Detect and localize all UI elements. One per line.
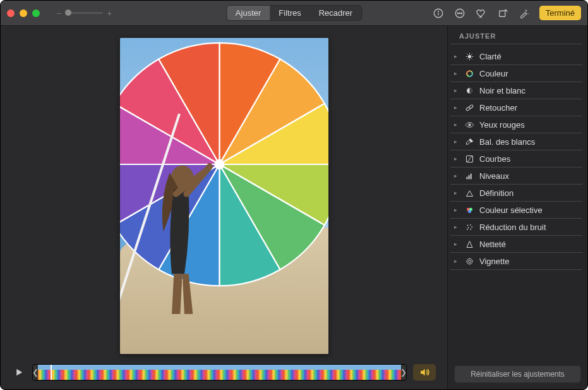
timeline-frame	[64, 365, 77, 380]
svg-line-18	[467, 54, 467, 54]
adjust-item-label: Couleur sélective	[479, 205, 576, 215]
adjust-item-label: Couleur	[479, 69, 576, 78]
adjust-item-label: Courbes	[479, 154, 576, 164]
adjust-item-light[interactable]: ▸Clarté	[450, 48, 582, 65]
timeline-frame	[258, 365, 272, 380]
auto-enhance-icon[interactable]	[518, 7, 531, 20]
timeline-frame	[90, 365, 103, 380]
photo-preview[interactable]	[120, 38, 328, 354]
adjust-item-selective[interactable]: ▸Couleur sélective	[450, 202, 582, 219]
rotate-icon[interactable]	[496, 7, 509, 20]
close-window-button[interactable]	[7, 9, 15, 17]
svg-rect-28	[466, 176, 467, 179]
zoom-track[interactable]	[65, 12, 103, 14]
svg-rect-30	[470, 173, 471, 179]
svg-marker-11	[16, 369, 22, 376]
timeline-frame	[167, 365, 181, 380]
adjust-item-eye[interactable]: ▸Yeux rouges	[450, 116, 582, 133]
svg-point-39	[470, 228, 471, 229]
timeline-frame	[141, 365, 155, 380]
timeline-scrubber[interactable]: ❮ ❯	[32, 364, 407, 381]
chevron-right-icon: ▸	[454, 53, 459, 59]
noise-icon	[464, 222, 474, 232]
favorite-icon[interactable]	[475, 7, 488, 20]
timeline-frame	[388, 365, 401, 380]
timeline-frame	[375, 365, 388, 380]
eye-icon	[464, 119, 474, 130]
zoom-in-icon: +	[107, 8, 112, 18]
tab-recadrer[interactable]: Recadrer	[310, 6, 361, 20]
playhead[interactable]	[51, 364, 52, 381]
svg-marker-41	[467, 241, 472, 247]
adjust-item-label: Définition	[479, 188, 576, 198]
definition-icon	[464, 188, 474, 198]
adjust-item-vignette[interactable]: ▸Vignette	[450, 253, 582, 270]
tab-filtres[interactable]: Filtres	[270, 6, 309, 20]
svg-point-13	[468, 55, 471, 58]
adjust-item-label: Clarté	[479, 52, 576, 61]
adjust-item-definition[interactable]: ▸Définition	[450, 185, 582, 202]
umbrella-graphic	[120, 38, 328, 303]
person-graphic	[153, 158, 216, 316]
timeline-frame	[246, 365, 259, 380]
info-icon[interactable]	[432, 7, 445, 20]
tab-ajuster[interactable]: Ajuster	[227, 6, 270, 20]
chevron-right-icon: ▸	[454, 121, 459, 128]
reset-adjustments-button[interactable]: Réinitialiser les ajustements	[454, 365, 581, 383]
adjust-item-label: Netteté	[479, 240, 576, 249]
adjust-item-noise[interactable]: ▸Réduction du bruit	[450, 219, 582, 236]
adjust-item-sharpen[interactable]: ▸Netteté	[450, 236, 582, 253]
sharpen-icon	[464, 239, 474, 249]
timeline-frames	[38, 365, 401, 380]
zoom-slider[interactable]: − +	[56, 8, 112, 18]
chevron-right-icon: ▸	[454, 241, 459, 247]
timeline-frame	[336, 365, 349, 380]
bw-icon	[464, 85, 474, 95]
chevron-right-icon: ▸	[454, 190, 459, 196]
minimize-window-button[interactable]	[20, 9, 27, 17]
scrubber-row: ❮ ❯	[1, 362, 447, 389]
trim-handle-right[interactable]: ❯	[401, 365, 406, 380]
adjust-item-label: Yeux rouges	[479, 120, 576, 130]
zoom-thumb[interactable]	[65, 9, 71, 16]
svg-point-42	[467, 259, 472, 264]
svg-point-22	[467, 71, 472, 76]
svg-point-26	[468, 123, 470, 125]
svg-point-6	[461, 13, 462, 14]
window-controls	[7, 9, 40, 17]
more-icon[interactable]	[453, 7, 466, 20]
adjust-item-label: Retoucher	[479, 103, 576, 113]
zoom-window-button[interactable]	[32, 9, 40, 17]
body: ❮ ❯ AJUSTER ▸Clarté▸Couleur▸Noir et blan…	[1, 26, 587, 389]
timeline-frame	[38, 365, 51, 380]
svg-point-43	[468, 260, 471, 262]
selective-icon	[464, 205, 474, 215]
svg-rect-7	[500, 11, 505, 16]
adjust-item-dropper[interactable]: ▸Bal. des blancs	[450, 133, 582, 150]
adjust-item-label: Vignette	[479, 257, 576, 266]
adjust-item-color[interactable]: ▸Couleur	[450, 65, 582, 82]
svg-point-5	[459, 13, 460, 14]
trim-handle-left[interactable]: ❮	[33, 365, 38, 380]
adjust-item-levels[interactable]: ▸Niveaux	[450, 168, 582, 185]
zoom-out-icon: −	[56, 8, 61, 18]
adjust-item-label: Bal. des blancs	[479, 137, 576, 147]
timeline-frame	[51, 365, 64, 380]
app-window: − + AjusterFiltresRecadrer Te	[0, 0, 588, 390]
sound-button[interactable]	[413, 364, 436, 381]
svg-point-8	[527, 13, 529, 15]
adjust-item-bandage[interactable]: ▸Retoucher	[450, 99, 582, 116]
dropper-icon	[464, 137, 474, 147]
bandage-icon	[464, 102, 474, 113]
chevron-right-icon: ▸	[454, 70, 459, 76]
adjust-item-curves[interactable]: ▸Courbes	[450, 150, 582, 168]
adjust-item-bw[interactable]: ▸Noir et blanc	[450, 82, 582, 99]
svg-point-38	[467, 227, 469, 228]
timeline-frame	[103, 365, 116, 380]
chevron-right-icon: ▸	[454, 207, 459, 213]
play-button[interactable]	[12, 365, 26, 379]
done-button[interactable]: Terminé	[539, 6, 581, 20]
svg-line-21	[471, 54, 472, 54]
svg-line-20	[467, 58, 467, 59]
svg-rect-29	[468, 175, 469, 179]
